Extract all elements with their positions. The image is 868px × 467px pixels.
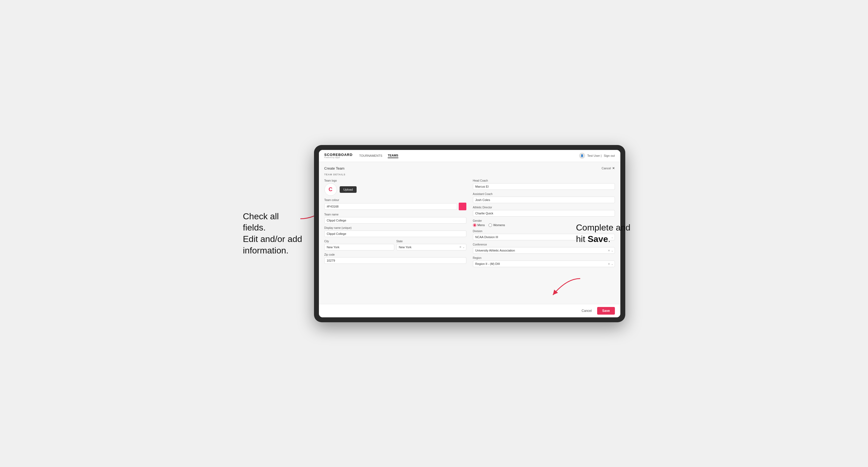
upload-button[interactable]: Upload — [340, 186, 357, 193]
display-name-input[interactable] — [324, 230, 466, 237]
gender-womens-label: Womens — [493, 223, 505, 227]
assistant-coach-input[interactable] — [473, 197, 615, 203]
color-input-row — [324, 203, 466, 210]
conference-wrapper: ✕ ⌄ — [473, 247, 615, 254]
gender-mens-radio[interactable] — [473, 223, 476, 227]
athletic-director-label: Athletic Director — [473, 206, 615, 209]
zip-input[interactable] — [324, 257, 466, 264]
city-label: City — [324, 240, 394, 243]
color-swatch — [459, 203, 466, 210]
state-subgroup: State ✕ ⌄ — [397, 240, 466, 250]
state-label: State — [397, 240, 466, 243]
annotation-right-line1: Complete and — [576, 223, 630, 232]
form-left-column: Team logo C Upload Team colour — [324, 179, 466, 270]
annotation-line2: Edit and/or add — [243, 234, 302, 244]
team-logo-label: Team logo — [324, 179, 466, 182]
user-label: Test User | — [587, 154, 601, 157]
form-columns: Team logo C Upload Team colour — [324, 179, 615, 270]
zip-group: Zip code — [324, 253, 466, 264]
city-subgroup: City — [324, 240, 394, 250]
annotation-left: Check all fields. Edit and/or add inform… — [243, 211, 303, 256]
page-wrapper: Check all fields. Edit and/or add inform… — [243, 145, 625, 322]
conference-clear-icon[interactable]: ✕ — [608, 249, 610, 252]
region-group: Region ✕ ⌄ — [473, 256, 615, 267]
arrow-right-icon — [550, 276, 583, 298]
logo-upload-area: C Upload — [324, 183, 466, 196]
close-icon[interactable]: ✕ — [612, 166, 615, 170]
user-avatar: 👤 — [579, 153, 585, 159]
team-name-group: Team name — [324, 213, 466, 224]
head-coach-label: Head Coach — [473, 179, 615, 182]
region-label: Region — [473, 256, 615, 259]
logo-text: SCOREBOARD — [324, 153, 353, 156]
cancel-button[interactable]: Cancel — [579, 307, 594, 314]
state-input[interactable] — [397, 244, 466, 250]
state-chevron-down-icon: ⌄ — [463, 246, 465, 249]
athletic-director-group: Athletic Director — [473, 206, 615, 217]
zip-label: Zip code — [324, 253, 466, 256]
logo-circle: C — [324, 183, 337, 196]
region-clear-icon[interactable]: ✕ — [608, 262, 610, 265]
annotation-line1: Check all fields. — [243, 211, 279, 233]
assistant-coach-label: Assistant Coach — [473, 192, 615, 195]
team-name-input[interactable] — [324, 217, 466, 224]
athletic-director-input[interactable] — [473, 210, 615, 217]
gender-label: Gender — [473, 219, 615, 222]
gender-mens-option[interactable]: Mens — [473, 223, 485, 227]
annotation-line3: information. — [243, 246, 289, 255]
city-state-group: City State ✕ ⌄ — [324, 240, 466, 250]
signout-link[interactable]: Sign out — [604, 154, 615, 157]
gender-womens-option[interactable]: Womens — [489, 223, 505, 227]
gender-womens-radio[interactable] — [489, 223, 492, 227]
region-input[interactable] — [473, 260, 615, 267]
nav-teams[interactable]: TEAMS — [388, 153, 398, 158]
region-wrapper: ✕ ⌄ — [473, 260, 615, 267]
state-input-wrapper: ✕ ⌄ — [397, 244, 466, 250]
logo-area: SCOREBOARD Powered by clippd — [324, 153, 353, 158]
head-coach-group: Head Coach — [473, 179, 615, 190]
team-colour-group: Team colour — [324, 198, 466, 210]
state-clear-icon[interactable]: ✕ — [459, 246, 461, 249]
nav-links: TOURNAMENTS TEAMS — [359, 153, 398, 158]
annotation-right-end: . — [608, 234, 611, 244]
city-input[interactable] — [324, 244, 394, 250]
team-name-label: Team name — [324, 213, 466, 216]
form-title: Create Team — [324, 166, 345, 170]
conference-input[interactable] — [473, 247, 615, 254]
nav-tournaments[interactable]: TOURNAMENTS — [359, 154, 382, 158]
gender-mens-label: Mens — [477, 223, 485, 227]
topnav-right: 👤 Test User | Sign out — [579, 153, 615, 159]
assistant-coach-group: Assistant Coach — [473, 192, 615, 203]
section-label: TEAM DETAILS — [324, 173, 615, 176]
annotation-right-line2: hit — [576, 234, 588, 244]
city-state-row: City State ✕ ⌄ — [324, 240, 466, 250]
annotation-right: Complete and hit Save. — [576, 222, 631, 245]
topnav: SCOREBOARD Powered by clippd TOURNAMENTS… — [319, 150, 620, 162]
form-footer: Cancel Save — [319, 304, 620, 317]
team-logo-group: Team logo C Upload — [324, 179, 466, 196]
display-name-group: Display name (unique) — [324, 226, 466, 237]
display-name-label: Display name (unique) — [324, 226, 466, 229]
annotation-right-bold: Save — [588, 234, 608, 244]
header-cancel[interactable]: Cancel ✕ — [601, 166, 615, 170]
form-header: Create Team Cancel ✕ — [324, 166, 615, 170]
team-colour-input[interactable] — [324, 203, 457, 210]
team-colour-label: Team colour — [324, 198, 466, 201]
save-button[interactable]: Save — [597, 307, 615, 315]
head-coach-input[interactable] — [473, 183, 615, 190]
logo-sub: Powered by clippd — [324, 156, 353, 158]
